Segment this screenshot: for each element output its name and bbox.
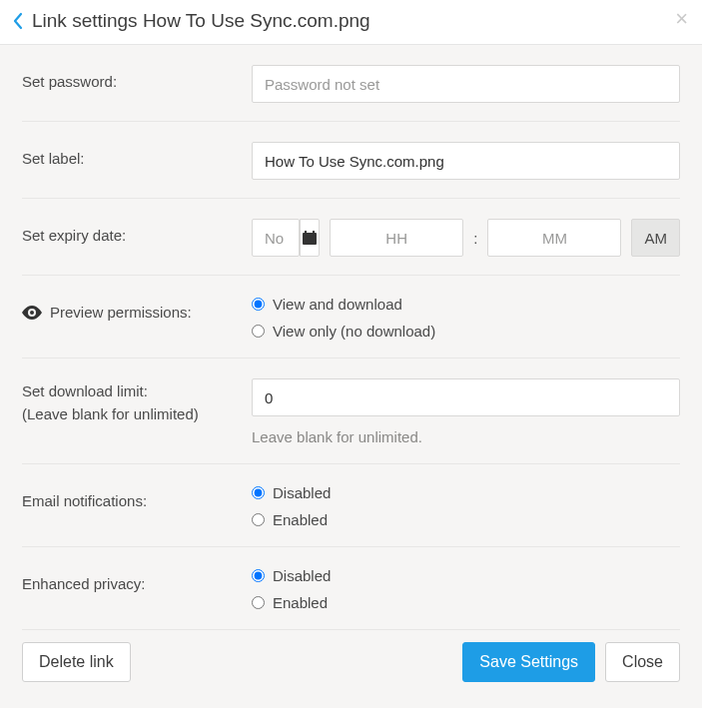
- svg-point-5: [30, 311, 34, 315]
- privacy-disabled-radio[interactable]: [252, 569, 265, 582]
- modal-title: Link settings How To Use Sync.com.png: [32, 10, 370, 32]
- download-limit-sublabel: (Leave blank for unlimited): [22, 403, 252, 426]
- row-expiry: Set expiry date: : AM: [22, 199, 680, 276]
- privacy-enabled[interactable]: Enabled: [252, 594, 680, 611]
- delete-link-button[interactable]: Delete link: [22, 642, 131, 682]
- close-icon[interactable]: ×: [675, 6, 688, 32]
- email-disabled-label: Disabled: [273, 484, 331, 501]
- time-colon: :: [473, 230, 477, 247]
- modal-header: Link settings How To Use Sync.com.png ×: [0, 0, 702, 44]
- email-enabled-label: Enabled: [273, 511, 328, 528]
- privacy-disabled-label: Disabled: [273, 567, 331, 584]
- perm-view-only[interactable]: View only (no download): [252, 323, 680, 340]
- perm-view-download[interactable]: View and download: [252, 296, 680, 313]
- expiry-minute-input[interactable]: [487, 219, 621, 257]
- row-label: Set label:: [22, 122, 680, 199]
- email-notif-label: Email notifications:: [22, 484, 252, 513]
- privacy-label: Enhanced privacy:: [22, 567, 252, 596]
- expiry-hour-input[interactable]: [330, 219, 463, 257]
- row-download-limit: Set download limit: (Leave blank for unl…: [22, 359, 680, 464]
- modal-body-container: Set password: Set label: Set expiry date…: [0, 44, 702, 708]
- perm-view-download-label: View and download: [273, 296, 402, 313]
- download-limit-hint: Leave blank for unlimited.: [252, 428, 680, 445]
- ampm-toggle[interactable]: AM: [631, 219, 680, 257]
- privacy-disabled[interactable]: Disabled: [252, 567, 680, 584]
- email-enabled-radio[interactable]: [252, 513, 265, 526]
- email-disabled-radio[interactable]: [252, 486, 265, 499]
- password-input[interactable]: [252, 65, 680, 103]
- password-label: Set password:: [22, 65, 252, 94]
- eye-icon: [22, 306, 42, 320]
- svg-rect-1: [305, 231, 307, 235]
- download-limit-input[interactable]: [252, 378, 680, 416]
- row-permissions: Preview permissions: View and download V…: [22, 276, 680, 359]
- save-settings-button[interactable]: Save Settings: [462, 642, 595, 682]
- calendar-icon[interactable]: [300, 219, 320, 257]
- perm-view-download-radio[interactable]: [252, 298, 265, 311]
- svg-rect-2: [313, 231, 315, 235]
- svg-rect-4: [304, 236, 316, 244]
- download-limit-label: Set download limit:: [22, 382, 148, 399]
- email-enabled[interactable]: Enabled: [252, 511, 680, 528]
- email-disabled[interactable]: Disabled: [252, 484, 680, 501]
- footer: Delete link Save Settings Close: [22, 630, 680, 686]
- row-password: Set password:: [22, 45, 680, 122]
- perm-view-only-label: View only (no download): [273, 323, 435, 340]
- row-enhanced-privacy: Enhanced privacy: Disabled Enabled: [22, 547, 680, 630]
- close-button[interactable]: Close: [605, 642, 680, 682]
- back-chevron-icon[interactable]: [12, 12, 24, 30]
- permissions-label-wrap: Preview permissions:: [22, 296, 252, 325]
- perm-view-only-radio[interactable]: [252, 325, 265, 338]
- label-field-label: Set label:: [22, 142, 252, 171]
- privacy-enabled-radio[interactable]: [252, 596, 265, 609]
- permissions-label: Preview permissions:: [50, 302, 192, 325]
- privacy-enabled-label: Enabled: [273, 594, 328, 611]
- row-email-notifications: Email notifications: Disabled Enabled: [22, 464, 680, 547]
- expiry-date-input[interactable]: [252, 219, 300, 257]
- label-input[interactable]: [252, 142, 680, 180]
- download-limit-label-wrap: Set download limit: (Leave blank for unl…: [22, 378, 252, 425]
- expiry-label: Set expiry date:: [22, 219, 252, 248]
